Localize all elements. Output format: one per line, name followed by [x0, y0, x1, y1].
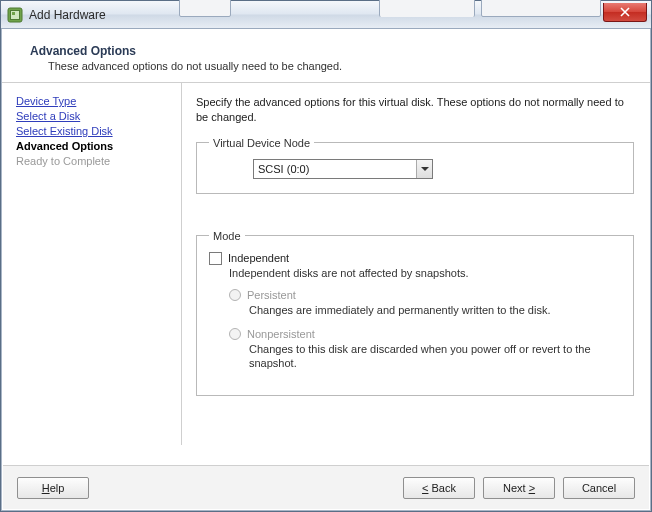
- virtual-device-node-legend: Virtual Device Node: [209, 137, 314, 149]
- virtual-device-node-select[interactable]: SCSI (0:0): [253, 159, 433, 179]
- persistent-radio: [229, 289, 241, 301]
- header: Advanced Options These advanced options …: [2, 30, 650, 83]
- page-subtitle: These advanced options do not usually ne…: [48, 60, 630, 72]
- body: Device Type Select a Disk Select Existin…: [2, 83, 650, 445]
- nonpersistent-label: Nonpersistent: [247, 328, 315, 340]
- mode-group: Mode Independent Independent disks are n…: [196, 230, 634, 397]
- background-ghost: [379, 0, 475, 17]
- sidebar-item-select-a-disk[interactable]: Select a Disk: [16, 110, 171, 122]
- panel-description: Specify the advanced options for this vi…: [196, 95, 634, 125]
- next-button[interactable]: Next >: [483, 477, 555, 499]
- content: Advanced Options These advanced options …: [2, 30, 650, 510]
- window-title: Add Hardware: [29, 8, 106, 22]
- window: Add Hardware Advanced Options These adva…: [0, 0, 652, 512]
- nonpersistent-description: Changes to this disk are discarded when …: [249, 342, 621, 372]
- persistent-label: Persistent: [247, 289, 296, 301]
- virtual-device-node-group: Virtual Device Node SCSI (0:0): [196, 137, 634, 194]
- panel: Specify the advanced options for this vi…: [182, 83, 650, 445]
- sidebar-item-device-type[interactable]: Device Type: [16, 95, 171, 107]
- svg-rect-2: [12, 12, 15, 15]
- mode-legend: Mode: [209, 230, 245, 242]
- footer: Help < Back Next > Cancel: [3, 465, 649, 509]
- sidebar-item-select-existing-disk[interactable]: Select Existing Disk: [16, 125, 171, 137]
- app-icon: [7, 7, 23, 23]
- sidebar-item-ready-to-complete: Ready to Complete: [16, 155, 171, 167]
- close-button[interactable]: [603, 3, 647, 22]
- independent-checkbox[interactable]: [209, 252, 222, 265]
- virtual-device-node-value: SCSI (0:0): [258, 163, 309, 175]
- page-title: Advanced Options: [30, 44, 630, 58]
- chevron-down-icon: [416, 160, 432, 178]
- independent-label: Independent: [228, 252, 289, 264]
- titlebar: Add Hardware: [1, 1, 651, 29]
- background-ghost: [179, 0, 231, 17]
- nonpersistent-radio: [229, 328, 241, 340]
- independent-description: Independent disks are not affected by sn…: [229, 267, 621, 279]
- back-button[interactable]: < Back: [403, 477, 475, 499]
- sidebar: Device Type Select a Disk Select Existin…: [2, 83, 182, 445]
- persistent-description: Changes are immediately and permanently …: [249, 303, 621, 318]
- help-button[interactable]: Help: [17, 477, 89, 499]
- cancel-button[interactable]: Cancel: [563, 477, 635, 499]
- sidebar-item-advanced-options: Advanced Options: [16, 140, 171, 152]
- background-ghost: [481, 0, 601, 17]
